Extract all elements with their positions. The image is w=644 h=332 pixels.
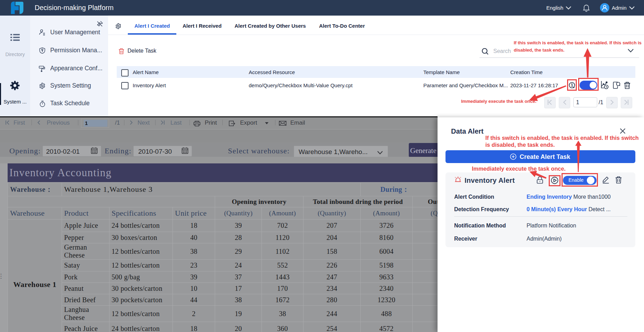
svg-text:1: 1 [571,83,573,88]
